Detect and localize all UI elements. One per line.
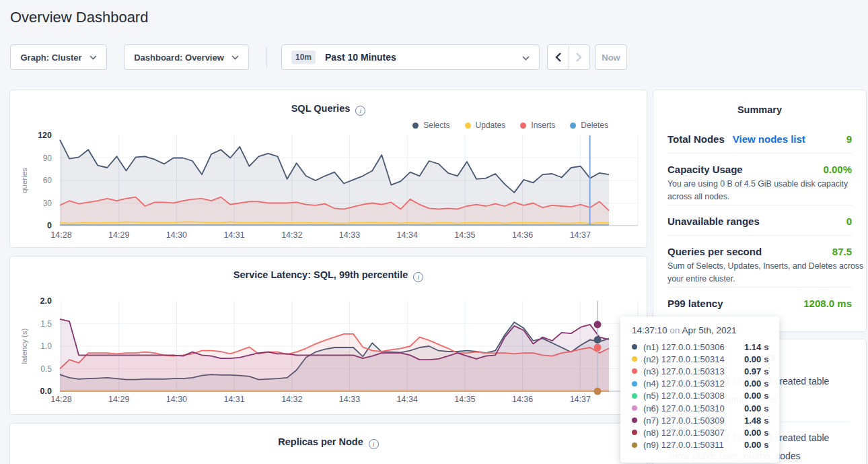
svg-text:14:33: 14:33 <box>339 230 360 240</box>
svg-text:queries: queries <box>20 168 28 193</box>
graph-selector-dropdown[interactable]: Graph: Cluster <box>10 44 107 70</box>
time-forward-button[interactable] <box>569 45 590 69</box>
replicas-per-node-chart-card: Replicas per Nodei <box>9 423 647 464</box>
now-button-label: Now <box>602 53 620 63</box>
svg-text:0.5: 0.5 <box>40 364 52 374</box>
node-latency-value: 0.00 <box>744 378 761 389</box>
tooltip-node-row: (n6) 127.0.0.1:503100.00s <box>632 402 770 414</box>
chevron-right-icon <box>576 53 582 62</box>
summary-row: Unavailable ranges0 <box>667 205 852 236</box>
legend-dot <box>465 123 471 129</box>
node-color-dot <box>632 430 637 435</box>
info-icon[interactable]: i <box>369 439 379 449</box>
tooltip-node-row: (n5) 127.0.0.1:503080.00s <box>632 390 770 402</box>
summary-label: Queries per second <box>667 246 762 257</box>
time-nav-arrows <box>547 44 590 70</box>
sql-chart-legend: SelectsUpdatesInsertsDeletes <box>412 121 608 130</box>
svg-text:14:34: 14:34 <box>397 395 418 404</box>
dashboard-selector-dropdown[interactable]: Dashboard: Overview <box>124 44 249 70</box>
svg-text:14:34: 14:34 <box>397 230 418 240</box>
time-range-dropdown[interactable]: 10m Past 10 Minutes <box>281 44 540 70</box>
page-title: Overview Dashboard <box>10 9 148 26</box>
now-button[interactable]: Now <box>595 44 627 70</box>
summary-label: Unavailable ranges <box>667 216 760 227</box>
node-color-dot <box>632 405 637 411</box>
controls-divider <box>266 47 267 67</box>
node-latency-value: 0.97 <box>744 366 761 376</box>
svg-text:1.0: 1.0 <box>40 341 52 351</box>
summary-value: 87.5 <box>832 246 852 257</box>
info-icon[interactable]: i <box>355 106 365 116</box>
svg-text:14:35: 14:35 <box>454 395 475 404</box>
tooltip-node-row: (n1) 127.0.0.1:503061.14s <box>632 341 770 353</box>
summary-label: P99 latency <box>667 298 723 309</box>
summary-row: Queries per second87.5Sum of Selects, Up… <box>667 236 852 288</box>
summary-desc: You are using 0 B of 4.5 GiB usable disk… <box>667 178 852 203</box>
node-address: (n5) 127.0.0.1:50308 <box>643 391 744 401</box>
time-back-button[interactable] <box>548 45 569 69</box>
svg-text:14:37: 14:37 <box>570 230 591 240</box>
svg-text:14:31: 14:31 <box>223 230 244 240</box>
tooltip-timestamp: 14:37:10 on Apr 5th, 2021 <box>632 325 770 335</box>
summary-desc: Sum of Selects, Updates, Inserts, and De… <box>667 260 852 286</box>
view-nodes-list-link[interactable]: View nodes list <box>733 133 805 145</box>
tooltip-node-row: (n8) 127.0.0.1:503070.00s <box>632 426 770 438</box>
legend-item-deletes[interactable]: Deletes <box>570 121 608 130</box>
node-latency-value: 0.00 <box>744 440 761 450</box>
tooltip-node-row: (n3) 127.0.0.1:503130.97s <box>632 365 770 377</box>
svg-text:14:35: 14:35 <box>454 230 475 240</box>
sql-queries-chart-title: SQL Queriesi <box>10 103 647 116</box>
node-color-dot <box>632 418 637 423</box>
summary-label: Total Nodes <box>667 133 725 145</box>
legend-item-inserts[interactable]: Inserts <box>520 121 555 130</box>
info-icon[interactable]: i <box>413 272 423 282</box>
svg-text:14:36: 14:36 <box>512 230 533 240</box>
node-latency-value: 0.00 <box>744 354 761 364</box>
summary-value: 0.00% <box>823 164 852 175</box>
svg-text:14:31: 14:31 <box>223 395 244 404</box>
node-color-dot <box>632 393 637 399</box>
node-color-dot <box>632 442 637 448</box>
time-range-label: Past 10 Minutes <box>325 52 396 63</box>
legend-item-selects[interactable]: Selects <box>412 121 449 130</box>
node-address: (n6) 127.0.0.1:50310 <box>643 403 744 413</box>
legend-dot <box>570 123 576 129</box>
svg-text:14:29: 14:29 <box>108 395 129 404</box>
chevron-down-icon <box>89 55 97 60</box>
node-color-dot <box>632 356 637 362</box>
summary-row: P99 latency1208.0 ms <box>667 288 852 317</box>
summary-value: 1208.0 ms <box>803 298 852 309</box>
svg-text:14:36: 14:36 <box>512 395 533 404</box>
svg-text:14:32: 14:32 <box>281 230 302 240</box>
svg-text:60: 60 <box>43 176 52 185</box>
svg-text:14:32: 14:32 <box>281 395 302 404</box>
summary-row: Capacity Usage0.00%You are using 0 B of … <box>667 154 852 205</box>
node-address: (n3) 127.0.0.1:50313 <box>643 366 744 376</box>
chart-hover-tooltip: 14:37:10 on Apr 5th, 2021 (n1) 127.0.0.1… <box>620 317 779 463</box>
node-address: (n2) 127.0.0.1:50314 <box>643 354 744 364</box>
legend-dot <box>520 123 526 129</box>
legend-dot <box>412 123 419 129</box>
node-address: (n7) 127.0.0.1:50309 <box>643 416 744 426</box>
node-latency-value: 1.14 <box>744 342 761 352</box>
node-color-dot <box>632 368 637 374</box>
tooltip-node-row: (n4) 127.0.0.1:503120.00s <box>632 378 770 390</box>
node-address: (n4) 127.0.0.1:50312 <box>643 378 744 389</box>
dashboard-selector-label: Dashboard: Overview <box>134 53 224 63</box>
node-latency-value: 0.00 <box>744 391 761 401</box>
svg-text:14:33: 14:33 <box>339 395 360 404</box>
legend-item-updates[interactable]: Updates <box>465 121 506 130</box>
svg-text:14:29: 14:29 <box>108 230 129 240</box>
svg-text:90: 90 <box>43 154 52 163</box>
graph-selector-label: Graph: Cluster <box>20 53 81 63</box>
summary-value: 9 <box>846 133 852 145</box>
service-latency-chart-title: Service Latency: SQL, 99th percentilei <box>10 269 647 282</box>
svg-text:1.5: 1.5 <box>40 319 52 329</box>
svg-text:2.0: 2.0 <box>40 296 52 306</box>
node-address: (n8) 127.0.0.1:50307 <box>643 428 744 438</box>
node-color-dot <box>632 381 637 387</box>
sql-queries-chart-card: 030609012014:2814:2914:3014:3114:3214:33… <box>9 90 647 248</box>
node-latency-value: 0.00 <box>744 403 761 413</box>
tooltip-node-row: (n9) 127.0.0.1:503110.00s <box>632 439 770 451</box>
summary-title: Summary <box>667 90 852 115</box>
